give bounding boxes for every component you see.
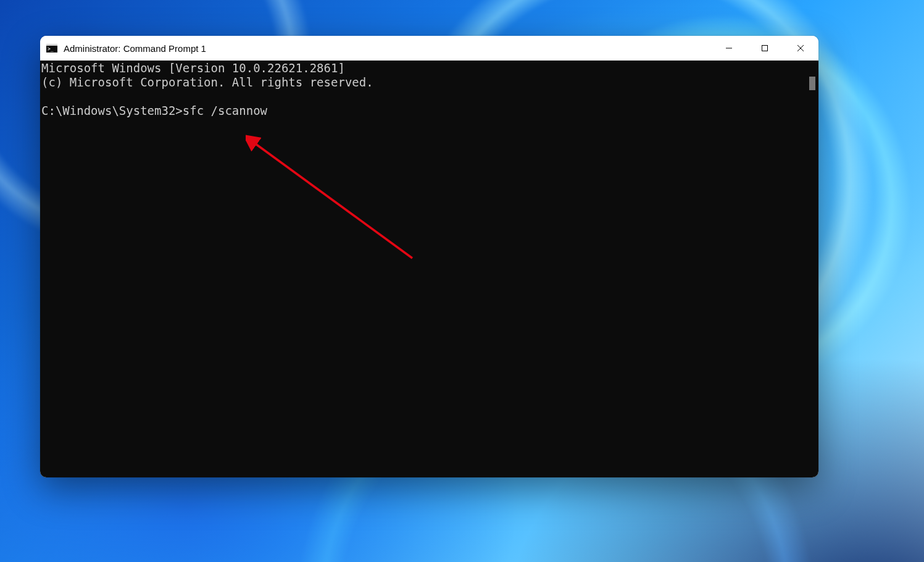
window-controls xyxy=(711,36,818,61)
terminal-line: Microsoft Windows [Version 10.0.22621.28… xyxy=(41,61,345,75)
close-button[interactable] xyxy=(783,36,818,61)
terminal-command-input[interactable]: sfc /scannow xyxy=(183,104,267,117)
svg-rect-4 xyxy=(762,46,768,51)
svg-rect-1 xyxy=(46,44,57,46)
svg-text:>_: >_ xyxy=(48,46,54,52)
terminal-prompt: C:\Windows\System32> xyxy=(41,104,183,117)
maximize-button[interactable] xyxy=(747,36,783,61)
scrollbar-thumb[interactable] xyxy=(809,77,815,90)
command-prompt-icon: >_ xyxy=(46,43,57,54)
terminal-output[interactable]: Microsoft Windows [Version 10.0.22621.28… xyxy=(40,61,807,477)
terminal-client-area: Microsoft Windows [Version 10.0.22621.28… xyxy=(40,61,818,477)
minimize-button[interactable] xyxy=(711,36,747,61)
window-title: Administrator: Command Prompt 1 xyxy=(64,43,206,54)
window-titlebar[interactable]: >_ Administrator: Command Prompt 1 xyxy=(40,36,818,61)
command-prompt-window: >_ Administrator: Command Prompt 1 Micro… xyxy=(40,36,818,477)
vertical-scrollbar[interactable] xyxy=(807,61,818,477)
terminal-line: (c) Microsoft Corporation. All rights re… xyxy=(41,75,373,89)
